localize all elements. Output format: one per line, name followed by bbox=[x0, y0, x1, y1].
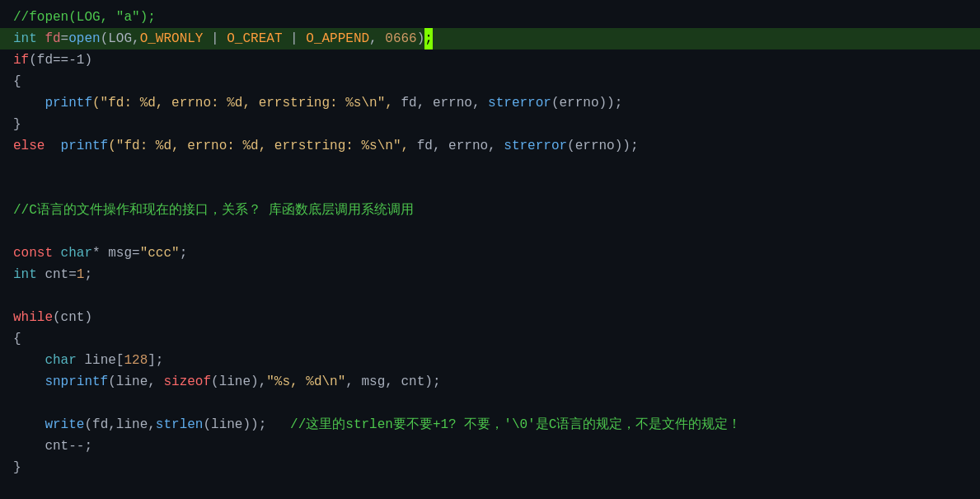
code-token: fd, errno, bbox=[409, 135, 504, 157]
code-line: else printf("fd: %d, errno: %d, errstrin… bbox=[0, 135, 980, 157]
code-token: { bbox=[13, 71, 21, 92]
code-token: cnt bbox=[45, 264, 68, 285]
code-editor: //fopen(LOG, "a");int fd=open(LOG,O_WRON… bbox=[0, 0, 980, 499]
code-token: O_APPEND bbox=[306, 28, 369, 49]
code-token: { bbox=[13, 328, 21, 350]
code-token: 0666 bbox=[385, 28, 416, 49]
code-line: //fopen(LOG, "a"); bbox=[0, 7, 980, 28]
code-line: printf("fd: %d, errno: %d, errstring: %s… bbox=[0, 92, 980, 114]
code-token: } bbox=[13, 114, 21, 135]
code-token: (line), bbox=[211, 371, 266, 393]
code-token: fd, errno, bbox=[393, 92, 488, 114]
code-token: const bbox=[13, 242, 61, 264]
code-token: "%s, %d\n" bbox=[266, 371, 345, 393]
code-token: //fopen(LOG, "a"); bbox=[13, 7, 156, 28]
code-token: strerror bbox=[504, 135, 567, 157]
code-token: ; bbox=[84, 264, 92, 285]
code-token bbox=[13, 435, 45, 457]
code-line: } bbox=[0, 114, 980, 135]
code-line: snprintf(line, sizeof(line),"%s, %d\n", … bbox=[0, 371, 980, 393]
code-token: ) bbox=[417, 28, 425, 49]
code-token: fd bbox=[45, 28, 60, 49]
code-token: 128 bbox=[124, 350, 148, 371]
code-line: if(fd==-1) bbox=[0, 49, 980, 71]
code-line bbox=[0, 157, 980, 178]
code-line: //C语言的文件操作和现在的接口，关系？ 库函数底层调用系统调用 bbox=[0, 200, 980, 221]
code-token: ; bbox=[180, 242, 188, 264]
code-token: char bbox=[45, 350, 84, 371]
code-line bbox=[0, 178, 980, 200]
code-token: //这里的strlen要不要+1? 不要，'\0'是C语言的规定，不是文件的规定… bbox=[266, 414, 741, 435]
code-line: int cnt=1; bbox=[0, 264, 980, 285]
code-token: //C语言的文件操作和现在的接口，关系？ 库函数底层调用系统调用 bbox=[13, 200, 414, 221]
code-token: open bbox=[68, 28, 100, 49]
code-token: O_WRONLY bbox=[140, 28, 204, 49]
code-token: ("fd: %d, errno: %d, errstring: %s\n", bbox=[92, 92, 393, 114]
code-token: else bbox=[13, 135, 45, 157]
code-token: (errno)); bbox=[551, 92, 622, 114]
code-token: 1 bbox=[77, 264, 85, 285]
code-line: int fd=open(LOG,O_WRONLY | O_CREAT | O_A… bbox=[0, 28, 980, 49]
code-line: { bbox=[0, 328, 980, 350]
code-line: cnt--; bbox=[0, 435, 980, 457]
code-line bbox=[0, 285, 980, 307]
code-token: printf bbox=[45, 92, 92, 114]
code-token: char bbox=[61, 242, 92, 264]
code-token: (cnt) bbox=[53, 307, 92, 328]
code-token bbox=[13, 414, 45, 435]
code-token bbox=[13, 92, 45, 114]
code-token: ("fd: %d, errno: %d, errstring: %s\n", bbox=[108, 135, 409, 157]
code-token: , bbox=[369, 28, 385, 49]
code-token: ; bbox=[424, 28, 433, 49]
code-token: "ccc" bbox=[140, 242, 180, 264]
code-token: write bbox=[45, 414, 84, 435]
code-line: } bbox=[0, 457, 980, 478]
code-token: (line)); bbox=[203, 414, 266, 435]
code-token bbox=[45, 135, 60, 157]
code-token: if bbox=[13, 49, 29, 71]
code-token: int bbox=[13, 28, 45, 49]
code-token: snprintf bbox=[45, 371, 108, 393]
code-token: strlen bbox=[156, 414, 204, 435]
code-token: line[ bbox=[84, 350, 124, 371]
code-token: * msg= bbox=[92, 242, 140, 264]
code-line: char line[128]; bbox=[0, 350, 980, 371]
code-token: | bbox=[282, 28, 306, 49]
code-line: const char* msg="ccc"; bbox=[0, 242, 980, 264]
code-line: write(fd,line,strlen(line)); //这里的strlen… bbox=[0, 414, 980, 435]
code-token: = bbox=[68, 264, 77, 285]
code-line bbox=[0, 393, 980, 414]
code-token bbox=[13, 350, 45, 371]
code-token: O_CREAT bbox=[227, 28, 282, 49]
code-token: | bbox=[203, 28, 227, 49]
code-token: } bbox=[13, 457, 21, 478]
code-token: ]; bbox=[148, 350, 163, 371]
code-token: (fd,line, bbox=[84, 414, 155, 435]
code-token: cnt--; bbox=[45, 435, 92, 457]
code-token: printf bbox=[61, 135, 109, 157]
code-token: while bbox=[13, 307, 53, 328]
code-line bbox=[0, 221, 980, 242]
code-token: sizeof bbox=[163, 371, 211, 393]
code-token: (LOG, bbox=[101, 28, 140, 49]
code-token: strerror bbox=[488, 92, 551, 114]
code-line: { bbox=[0, 71, 980, 92]
code-token bbox=[13, 371, 45, 393]
code-token: = bbox=[61, 28, 69, 49]
code-token: (line, bbox=[108, 371, 163, 393]
code-token: , msg, cnt); bbox=[345, 371, 440, 393]
code-token: int bbox=[13, 264, 45, 285]
code-token: (errno)); bbox=[567, 135, 638, 157]
code-line: while(cnt) bbox=[0, 307, 980, 328]
code-token: (fd==-1) bbox=[29, 49, 92, 71]
